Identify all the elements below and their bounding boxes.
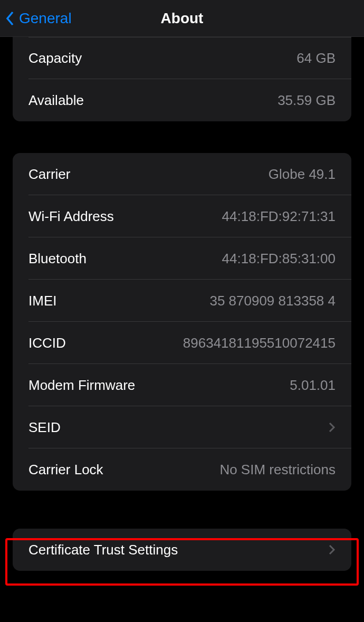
capacity-row[interactable]: Capacity 64 GB	[13, 37, 351, 79]
content-area: Capacity 64 GB Available 35.59 GB Carrie…	[0, 37, 364, 571]
bluetooth-value: 44:18:FD:85:31:00	[222, 251, 336, 267]
modem-firmware-row[interactable]: Modem Firmware 5.01.01	[13, 364, 351, 406]
carrier-lock-row[interactable]: Carrier Lock No SIM restrictions	[13, 448, 351, 491]
carrier-lock-label: Carrier Lock	[28, 462, 103, 478]
carrier-lock-value: No SIM restrictions	[219, 462, 336, 478]
wifi-address-value: 44:18:FD:92:71:31	[222, 208, 336, 225]
wifi-address-label: Wi-Fi Address	[28, 208, 114, 225]
modem-firmware-label: Modem Firmware	[28, 377, 135, 394]
certificate-trust-settings-label: Certificate Trust Settings	[28, 542, 178, 558]
chevron-right-icon	[328, 544, 336, 556]
seid-row[interactable]: SEID	[13, 406, 351, 448]
available-label: Available	[28, 92, 84, 109]
iccid-row[interactable]: ICCID 89634181195510072415	[13, 322, 351, 364]
storage-group: Capacity 64 GB Available 35.59 GB	[13, 37, 351, 121]
wifi-address-row[interactable]: Wi-Fi Address 44:18:FD:92:71:31	[13, 195, 351, 237]
page-title: About	[161, 10, 204, 27]
available-value: 35.59 GB	[277, 92, 336, 109]
chevron-left-icon	[5, 11, 15, 26]
carrier-label: Carrier	[28, 166, 70, 183]
imei-label: IMEI	[28, 293, 56, 309]
chevron-right-icon	[328, 422, 336, 433]
bluetooth-label: Bluetooth	[28, 251, 87, 267]
capacity-value: 64 GB	[296, 50, 336, 66]
carrier-row[interactable]: Carrier Globe 49.1	[13, 153, 351, 195]
modem-firmware-value: 5.01.01	[290, 377, 336, 394]
bluetooth-row[interactable]: Bluetooth 44:18:FD:85:31:00	[13, 237, 351, 280]
back-button-label: General	[19, 10, 72, 27]
iccid-label: ICCID	[28, 335, 66, 351]
iccid-value: 89634181195510072415	[183, 335, 336, 351]
back-button[interactable]: General	[0, 10, 72, 27]
imei-value: 35 870909 813358 4	[209, 293, 336, 309]
available-row[interactable]: Available 35.59 GB	[13, 79, 351, 121]
certificate-group: Certificate Trust Settings	[13, 529, 351, 571]
seid-label: SEID	[28, 419, 61, 436]
capacity-label: Capacity	[28, 50, 82, 66]
imei-row[interactable]: IMEI 35 870909 813358 4	[13, 280, 351, 322]
navigation-bar: General About	[0, 0, 364, 37]
network-group: Carrier Globe 49.1 Wi-Fi Address 44:18:F…	[13, 153, 351, 491]
carrier-value: Globe 49.1	[269, 166, 336, 183]
certificate-trust-settings-row[interactable]: Certificate Trust Settings	[13, 529, 351, 571]
